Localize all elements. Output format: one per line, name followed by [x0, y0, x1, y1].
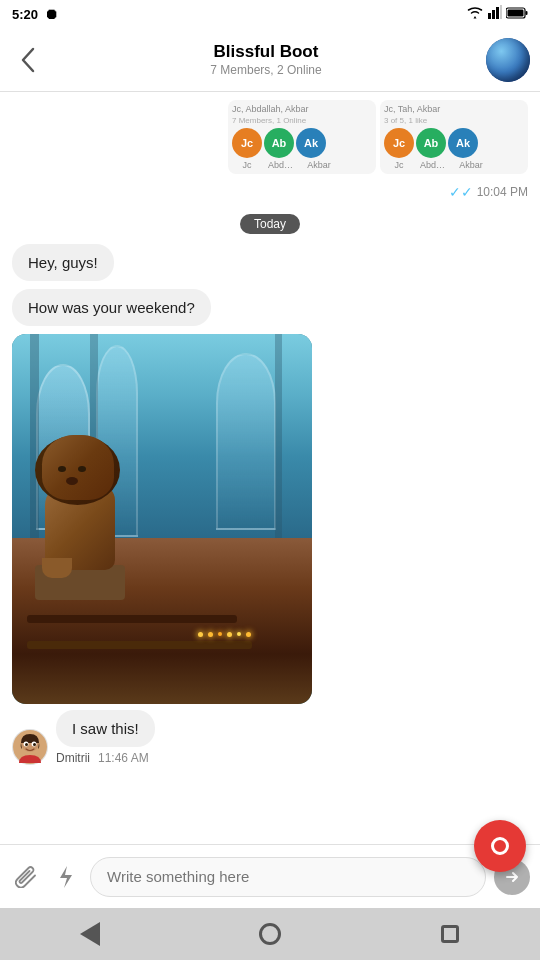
group-previews: Jc, Abdallah, Akbar 7 Members, 1 Online … — [12, 100, 528, 174]
preview-card-1: Jc, Abdallah, Akbar 7 Members, 1 Online … — [228, 100, 376, 174]
arch-window-3 — [216, 353, 276, 531]
chat-area: Jc, Abdallah, Akbar 7 Members, 1 Online … — [0, 92, 540, 844]
sender-avatar-dmitrii — [12, 729, 48, 765]
pew-2 — [27, 615, 237, 623]
home-nav-icon — [259, 923, 281, 945]
message-time: 11:46 AM — [98, 751, 149, 765]
preview-header-1: Jc, Abdallah, Akbar — [232, 104, 372, 114]
mini-avatar-ab: Ab — [264, 128, 294, 158]
status-bar: 5:20 ⏺ — [0, 0, 540, 28]
preview-card-2: Jc, Tah, Akbar 3 of 5, 1 like Jc Ab Ak J… — [380, 100, 528, 174]
message-input[interactable] — [90, 857, 486, 897]
record-fab[interactable] — [474, 820, 526, 872]
mini-avatar-ak2: Ak — [448, 128, 478, 158]
svg-rect-5 — [526, 11, 528, 15]
read-receipt-time: 10:04 PM — [477, 185, 528, 199]
message-saw-this-row: I saw this! Dmitrii 11:46 AM — [12, 710, 528, 765]
mini-avatar-ak: Ak — [296, 128, 326, 158]
avatar-image — [486, 38, 530, 82]
svg-rect-2 — [496, 7, 499, 19]
light-3 — [218, 632, 222, 636]
preview-names-1: Jc Abdallah Akbar — [232, 160, 372, 170]
signal-icon — [488, 5, 502, 23]
light-1 — [198, 632, 203, 637]
status-icons — [466, 5, 528, 23]
preview-avatars-2: Jc Ab Ak — [384, 128, 524, 158]
chat-header: Blissful Boot 7 Members, 2 Online — [0, 28, 540, 92]
read-receipt-icon: ✓✓ — [449, 184, 473, 200]
chat-subtitle: 7 Members, 2 Online — [46, 63, 486, 77]
svg-rect-1 — [492, 10, 495, 19]
preview-subtext-2: 3 of 5, 1 like — [384, 116, 524, 125]
light-2 — [208, 632, 213, 637]
chat-title: Blissful Boot — [46, 42, 486, 62]
preview-avatars-1: Jc Ab Ak — [232, 128, 372, 158]
lion-statue — [30, 445, 140, 600]
preview-names-2: Jc Abdallah Akbar — [384, 160, 524, 170]
preview-subtext-1: 7 Members, 1 Online — [232, 116, 372, 125]
group-avatar[interactable] — [486, 38, 530, 82]
recent-nav-icon — [441, 925, 459, 943]
lightning-button[interactable] — [50, 861, 82, 893]
lion-paw — [42, 558, 72, 578]
svg-rect-0 — [488, 13, 491, 19]
nav-recent-button[interactable] — [428, 912, 472, 956]
preview-header-2: Jc, Tah, Akbar — [384, 104, 524, 114]
mini-avatar-ab2: Ab — [416, 128, 446, 158]
light-5 — [237, 632, 241, 636]
candle-lights — [198, 632, 288, 637]
light-4 — [227, 632, 232, 637]
church-image — [12, 334, 312, 704]
status-time: 5:20 ⏺ — [12, 6, 58, 22]
date-badge: Today — [12, 214, 528, 232]
message-weekend: How was your weekend? — [12, 289, 399, 328]
pew-1 — [27, 641, 252, 649]
message-meta: Dmitrii 11:46 AM — [56, 751, 155, 765]
image-bubble — [12, 334, 312, 704]
back-nav-icon — [80, 922, 100, 946]
message-hey-guys: Hey, guys! — [12, 244, 399, 283]
read-receipt-row: ✓✓ 10:04 PM — [12, 184, 528, 200]
bubble-saw-this: I saw this! — [56, 710, 155, 747]
navigation-bar — [0, 908, 540, 960]
input-bar — [0, 844, 540, 908]
message-saw-this-content: I saw this! Dmitrii 11:46 AM — [56, 710, 155, 765]
svg-rect-3 — [500, 5, 502, 19]
svg-point-12 — [33, 743, 36, 746]
back-button[interactable] — [10, 42, 46, 78]
wifi-icon — [466, 5, 484, 23]
nav-home-button[interactable] — [248, 912, 292, 956]
mini-avatar-jc: Jc — [232, 128, 262, 158]
bubble-text-2: How was your weekend? — [12, 289, 211, 326]
light-6 — [246, 632, 251, 637]
sender-name: Dmitrii — [56, 751, 90, 765]
record-icon — [491, 837, 509, 855]
header-center: Blissful Boot 7 Members, 2 Online — [46, 42, 486, 77]
bubble-text: Hey, guys! — [12, 244, 114, 281]
svg-point-11 — [25, 743, 28, 746]
svg-rect-6 — [508, 10, 524, 17]
mini-avatar-jc2: Jc — [384, 128, 414, 158]
recording-icon: ⏺ — [44, 6, 58, 22]
time-display: 5:20 — [12, 7, 38, 22]
attach-button[interactable] — [10, 861, 42, 893]
battery-icon — [506, 5, 528, 23]
image-message — [12, 334, 528, 704]
nav-back-button[interactable] — [68, 912, 112, 956]
